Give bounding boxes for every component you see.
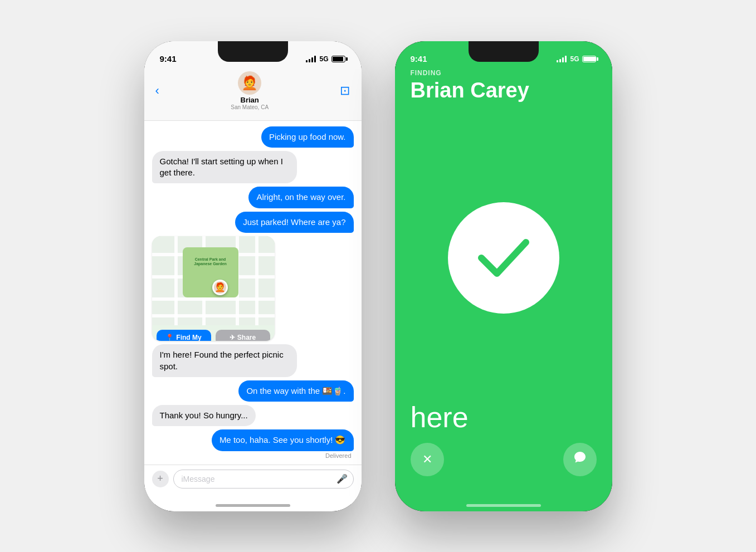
message-button[interactable] [563,443,597,476]
battery-fill [333,57,343,61]
map-park [183,247,238,297]
share-button[interactable]: ✈ Share [216,330,270,341]
status-icons-findmy: 5G [557,55,596,63]
status-bar-messages: 9:41 5G [144,41,362,69]
close-icon: ✕ [422,452,432,467]
message-bubble: I'm here! Found the perfect picnic spot. [152,344,297,377]
video-call-button[interactable]: ⊡ [340,84,350,98]
signal-bar-4 [314,56,316,62]
message-row: On the way with the 🍱🧋. [152,380,354,402]
message-row: Gotcha! I'll start setting up when I get… [152,151,354,184]
message-icon [573,451,587,468]
message-placeholder: iMessage [182,475,215,483]
signal-bars-findmy [557,56,567,62]
contact-name: Brian [241,96,259,104]
messages-nav: ‹ 🧑‍🦰 Brian San Mateo, CA ⊡ [144,69,362,115]
add-attachment-button[interactable]: + [152,471,169,487]
find-my-label: Find My [176,334,201,341]
message-row: Thank you! So hungry... [152,405,354,426]
map-bubble[interactable]: Central Park andJapanese Garden 🧑‍🦰 📍 Fi… [152,236,275,341]
message-row: Just parked! Where are ya? [152,212,354,233]
phone-messages: 9:41 5G [144,41,362,511]
park-label: Central Park andJapanese Garden [186,257,236,267]
location-icon: ▲ [489,56,494,62]
home-indicator-findmy [466,504,541,507]
avatar: 🧑‍🦰 [238,71,261,95]
contact-subtitle: San Mateo, CA [231,104,269,110]
signal-5g-findmy: 5G [570,55,579,63]
contact-info: 🧑‍🦰 Brian San Mateo, CA [231,71,269,110]
finding-label: FINDING [411,69,597,77]
map-image: Central Park andJapanese Garden 🧑‍🦰 [152,236,275,325]
battery [331,56,345,62]
battery-findmy [582,56,596,62]
share-label: Share [237,334,256,341]
battery-body [331,56,345,62]
message-bubble: Me too, haha. See you shortly! 😎 [212,429,354,451]
findmy-result: here [395,403,612,443]
messages-list: Picking up food now. Gotcha! I'll start … [144,121,362,465]
close-button[interactable]: ✕ [411,443,444,476]
checkmark-container [395,113,612,402]
message-bubble: Alright, on the way over. [248,187,353,208]
signal-bar-2 [309,59,310,62]
message-bubble: Picking up food now. [261,126,354,148]
map-pin: 🧑‍🦰 [212,280,228,295]
message-bubble: Just parked! Where are ya? [235,212,353,233]
messages-header: ‹ 🧑‍🦰 Brian San Mateo, CA ⊡ [144,69,362,121]
message-row: Alright, on the way over. [152,187,354,208]
messages-screen: 9:41 5G [144,41,362,511]
findmy-screen: 9:41 ▲ 5G [395,41,612,511]
status-time: 9:41 [160,54,177,63]
findmy-actions: ✕ [395,443,612,504]
signal-bar-3 [311,57,313,62]
message-row: Me too, haha. See you shortly! 😎 Deliver… [152,429,354,458]
input-bar: + iMessage 🎤 [144,465,362,504]
message-bubble: On the way with the 🍱🧋. [238,380,353,402]
status-bar-findmy: 9:41 ▲ 5G [395,41,612,69]
signal-bar-1 [306,60,308,62]
status-icons: 5G [306,55,345,63]
delivered-status: Delivered [325,452,353,459]
checkmark-circle [448,202,559,314]
share-icon: ✈ [230,334,235,341]
contact-name-findmy: Brian Carey [411,79,597,102]
message-bubble: Thank you! So hungry... [152,405,256,426]
message-input[interactable]: iMessage 🎤 [173,470,354,489]
scene: 9:41 5G [144,41,612,511]
message-row: Picking up food now. [152,126,354,148]
message-row: I'm here! Found the perfect picnic spot. [152,344,354,377]
find-my-icon: 📍 [165,334,174,341]
home-indicator [216,504,290,507]
checkmark-icon [476,236,531,280]
map-actions: 📍 Find My ✈ Share [152,325,275,341]
phone-findmy: 9:41 ▲ 5G [395,41,612,511]
message-bubble: Gotcha! I'll start setting up when I get… [152,151,297,184]
findmy-header: FINDING Brian Carey [395,69,612,114]
mic-icon[interactable]: 🎤 [336,473,348,484]
find-my-button[interactable]: 📍 Find My [157,330,211,341]
back-button[interactable]: ‹ [155,84,159,98]
status-time: 9:41 [411,54,427,63]
result-text: here [411,403,597,432]
signal-bars [306,56,316,62]
signal-5g: 5G [319,55,328,63]
